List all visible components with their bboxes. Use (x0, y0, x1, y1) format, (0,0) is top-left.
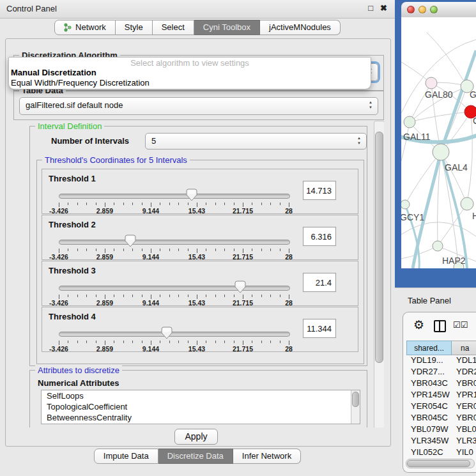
tab-cyni-toolbox-label: Cyni Toolbox (203, 20, 250, 35)
slider-thumb[interactable] (234, 280, 246, 293)
settings-vertical-scrollbar[interactable] (374, 121, 384, 427)
table-data-group: Table Data galFiltered.sif default node … (13, 90, 384, 120)
attribute-item[interactable]: BetweennessCentrality (42, 412, 360, 423)
table-rows: YDL19...YDL1YDR27...YDR2YBR043CYBR0YPR14… (406, 355, 476, 459)
node-label: C (473, 116, 476, 126)
network-node-hap2-node[interactable] (433, 241, 443, 251)
network-canvas[interactable]: GAL80GACGAL11GAL4GCY1HHAP2 (401, 17, 476, 268)
table-row[interactable]: YDR27...YDR2 (406, 367, 476, 378)
cell-shared-name[interactable]: YER054C (406, 401, 452, 413)
float-window-icon[interactable]: □ (368, 3, 373, 13)
table-row[interactable]: YDL19...YDL1 (406, 355, 476, 367)
cell-shared-name[interactable]: YBR045C (406, 413, 452, 424)
tab-jactivemnodules-label: jActiveMNodules (269, 20, 331, 35)
mac-minimize-button[interactable] (418, 6, 426, 13)
slider-thumb[interactable] (125, 234, 136, 247)
slider-track[interactable] (59, 332, 290, 337)
column-header-shared-name[interactable]: shared... (406, 341, 452, 355)
table-horizontal-scrollbar[interactable] (406, 459, 475, 468)
cell-shared-name[interactable]: YBR043C (406, 378, 452, 390)
attribute-item[interactable]: TopologicalCoefficient (42, 401, 360, 412)
slider-track[interactable] (59, 286, 290, 291)
threshold-slider[interactable]: -3.4262.8599.14415.4321.71528 (59, 236, 289, 257)
attribute-item[interactable]: SelfLoops (42, 390, 360, 401)
slider-track[interactable] (59, 194, 290, 199)
threshold-label: Threshold 3 (49, 266, 96, 275)
apply-button[interactable]: Apply (174, 429, 218, 445)
control-panel-window: Control Panel □ ✖ Network Style Select C… (0, 0, 395, 476)
network-node-gal4-node[interactable] (433, 144, 449, 160)
settings-scrollbar-thumb[interactable] (375, 132, 383, 363)
tab-discretize-data[interactable]: Discretize Data (158, 449, 233, 464)
tab-infer-network[interactable]: Infer Network (233, 449, 301, 464)
tab-impute-data[interactable]: Impute Data (94, 449, 158, 464)
node-label: GCY1 (401, 212, 424, 222)
cell-shared-name[interactable]: YDL19... (406, 355, 452, 367)
cell-shared-name[interactable]: YDR27... (406, 367, 452, 378)
cell-shared-name[interactable]: YIL052C (406, 447, 452, 459)
table-row[interactable]: YBL079WYBL0 (406, 424, 476, 436)
table-row[interactable]: YPR145WYPR1 (406, 390, 476, 401)
mac-zoom-button[interactable] (430, 6, 438, 13)
cell-name[interactable]: YBR0 (452, 413, 476, 424)
cell-name[interactable]: YBL0 (452, 424, 476, 436)
table-header-row: shared... na (406, 341, 476, 355)
table-row[interactable]: YLR345WYLR3 (406, 436, 476, 447)
table-data-combobox[interactable]: galFiltered.sif default node ▲▼ (19, 97, 378, 115)
tab-select[interactable]: Select (153, 20, 194, 35)
tab-select-label: Select (162, 20, 185, 35)
slider-tick-labels: -3.4262.8599.14415.4321.71528 (59, 345, 289, 353)
threshold-slider[interactable]: -3.4262.8599.14415.4321.71528 (59, 328, 289, 349)
cell-name[interactable]: YDL1 (452, 355, 476, 367)
network-node-gcy1-node[interactable] (401, 200, 410, 209)
algorithm-option-equal-width[interactable]: Equal Width/Frequency Discretization (11, 78, 150, 88)
table-row[interactable]: YER054CYER0 (406, 401, 476, 413)
tab-style[interactable]: Style (116, 20, 153, 35)
cell-name[interactable]: YLR3 (452, 436, 476, 447)
table-panel-toolbar: ⚙ ☑☑ (403, 316, 476, 335)
threshold-value-field[interactable]: 6.316 (303, 227, 336, 246)
attributes-scrollbar-thumb[interactable] (352, 392, 359, 407)
threshold-value-field[interactable]: 21.4 (303, 273, 336, 292)
slider-thumb[interactable] (186, 188, 197, 201)
close-window-icon[interactable]: ✖ (380, 3, 387, 13)
mac-close-button[interactable] (407, 6, 415, 13)
select-columns-icon[interactable]: ☑☑ (453, 320, 468, 330)
algorithm-placeholder-option[interactable]: Select algorithm to view settings (9, 58, 371, 68)
tab-jactivemnodules[interactable]: jActiveMNodules (260, 20, 341, 35)
column-header-name[interactable]: na (452, 341, 476, 355)
table-scrollbar-thumb[interactable] (407, 460, 470, 467)
attributes-group-title: Attributes to discretize (35, 365, 122, 375)
attributes-scrollbar[interactable] (351, 390, 360, 424)
threshold-value-field[interactable]: 14.713 (303, 181, 336, 200)
thresholds-group-title: Threshold's Coordinates for 5 Intervals (42, 155, 190, 165)
cell-shared-name[interactable]: YPR145W (406, 390, 452, 401)
algorithm-option-manual[interactable]: Manual Discretization (11, 68, 96, 77)
table-row[interactable]: YIL052CYIL0 (406, 447, 476, 459)
network-node-gal80-neighbor[interactable] (426, 77, 437, 89)
table-data-selected-value: galFiltered.sif default node (26, 100, 123, 110)
table-row[interactable]: YBR043CYBR0 (406, 378, 476, 390)
cell-shared-name[interactable]: YLR345W (406, 436, 452, 447)
cell-shared-name[interactable]: YBL079W (406, 424, 452, 436)
cell-name[interactable]: YIL0 (452, 447, 476, 459)
slider-track[interactable] (59, 240, 290, 245)
tab-infer-network-label: Infer Network (242, 449, 291, 463)
tab-cyni-toolbox[interactable]: Cyni Toolbox (194, 20, 260, 35)
network-node-right-mid-node[interactable] (461, 197, 473, 210)
threshold-slider[interactable]: -3.4262.8599.14415.4321.71528 (59, 190, 289, 211)
cell-name[interactable]: YBR0 (452, 378, 476, 390)
network-node-gal11-node[interactable] (404, 116, 415, 128)
gear-icon[interactable]: ⚙ (413, 318, 424, 332)
cell-name[interactable]: YDR2 (452, 367, 476, 378)
threshold-slider[interactable]: -3.4262.8599.14415.4321.71528 (59, 282, 289, 303)
split-columns-icon[interactable] (434, 320, 446, 332)
cell-name[interactable]: YPR1 (452, 390, 476, 401)
numerical-attributes-list[interactable]: SelfLoopsTopologicalCoefficientBetweenne… (41, 390, 360, 424)
slider-thumb[interactable] (161, 326, 173, 339)
table-row[interactable]: YBR045CYBR0 (406, 413, 476, 424)
tab-network[interactable]: Network (54, 20, 116, 35)
cell-name[interactable]: YER0 (452, 401, 476, 413)
number-of-intervals-combobox[interactable]: 5 ▲▼ (145, 133, 367, 150)
threshold-value-field[interactable]: 11.344 (303, 319, 336, 338)
